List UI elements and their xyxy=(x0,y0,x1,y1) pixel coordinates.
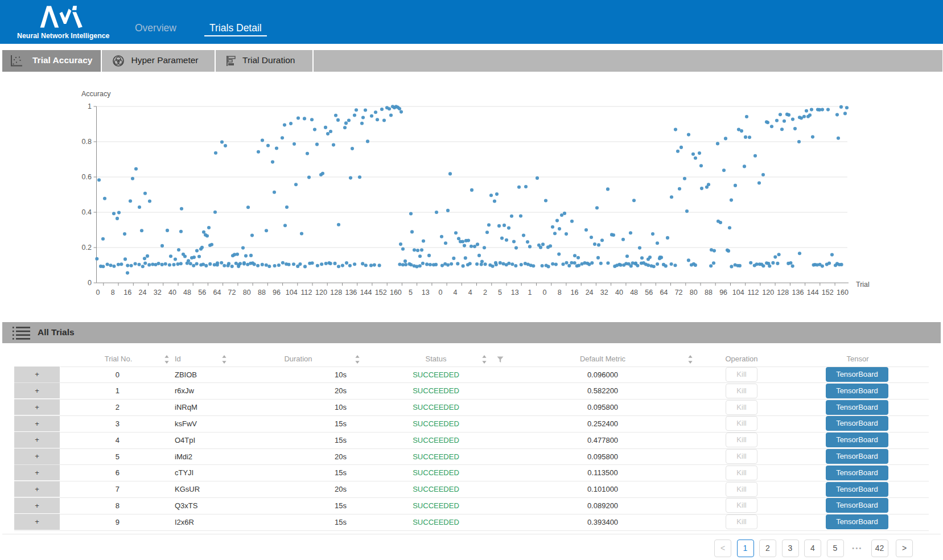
svg-text:152: 152 xyxy=(822,289,834,297)
svg-text:56: 56 xyxy=(198,289,206,297)
svg-text:88: 88 xyxy=(705,289,713,297)
svg-text:0: 0 xyxy=(543,289,547,297)
svg-text:4: 4 xyxy=(454,289,458,297)
svg-text:160: 160 xyxy=(837,289,849,297)
svg-text:48: 48 xyxy=(183,289,191,297)
svg-text:120: 120 xyxy=(315,289,327,297)
svg-text:24: 24 xyxy=(139,289,147,297)
svg-text:0: 0 xyxy=(438,289,442,297)
svg-text:13: 13 xyxy=(422,289,430,297)
svg-text:144: 144 xyxy=(360,289,372,297)
svg-text:128: 128 xyxy=(777,289,789,297)
svg-text:80: 80 xyxy=(243,289,251,297)
svg-text:16: 16 xyxy=(123,289,131,297)
svg-text:Accuracy: Accuracy xyxy=(81,90,111,98)
svg-text:152: 152 xyxy=(375,289,387,297)
svg-text:0.8: 0.8 xyxy=(82,138,92,146)
svg-text:8: 8 xyxy=(111,289,115,297)
svg-text:128: 128 xyxy=(330,289,342,297)
svg-text:88: 88 xyxy=(258,289,266,297)
svg-text:5: 5 xyxy=(409,289,413,297)
svg-text:48: 48 xyxy=(630,289,638,297)
svg-text:0: 0 xyxy=(88,279,92,287)
svg-text:72: 72 xyxy=(228,289,236,297)
svg-text:0.2: 0.2 xyxy=(82,244,92,252)
svg-text:112: 112 xyxy=(300,289,312,297)
svg-text:120: 120 xyxy=(762,289,774,297)
svg-text:4: 4 xyxy=(468,289,472,297)
svg-text:8: 8 xyxy=(558,289,562,297)
svg-text:32: 32 xyxy=(154,289,162,297)
svg-text:40: 40 xyxy=(168,289,176,297)
svg-text:112: 112 xyxy=(748,289,759,297)
svg-text:144: 144 xyxy=(807,289,819,297)
svg-text:96: 96 xyxy=(273,289,281,297)
svg-text:0.6: 0.6 xyxy=(82,173,92,181)
svg-text:136: 136 xyxy=(345,289,357,297)
svg-text:136: 136 xyxy=(792,289,804,297)
svg-text:0.4: 0.4 xyxy=(82,208,92,216)
svg-text:40: 40 xyxy=(615,289,623,297)
svg-text:72: 72 xyxy=(675,289,683,297)
svg-text:Trial: Trial xyxy=(856,281,870,289)
svg-text:104: 104 xyxy=(286,289,298,297)
svg-text:104: 104 xyxy=(732,289,744,297)
svg-text:80: 80 xyxy=(690,289,698,297)
svg-text:64: 64 xyxy=(660,289,668,297)
svg-text:2: 2 xyxy=(483,289,487,297)
svg-text:96: 96 xyxy=(719,289,727,297)
svg-text:5: 5 xyxy=(498,289,502,297)
svg-text:13: 13 xyxy=(511,289,519,297)
svg-text:16: 16 xyxy=(570,289,578,297)
svg-text:56: 56 xyxy=(645,289,653,297)
svg-text:0: 0 xyxy=(96,289,100,297)
svg-text:160: 160 xyxy=(390,289,402,297)
svg-text:64: 64 xyxy=(213,289,221,297)
svg-text:24: 24 xyxy=(586,289,594,297)
svg-text:32: 32 xyxy=(600,289,608,297)
svg-text:1: 1 xyxy=(88,102,92,110)
svg-text:1: 1 xyxy=(528,289,532,297)
